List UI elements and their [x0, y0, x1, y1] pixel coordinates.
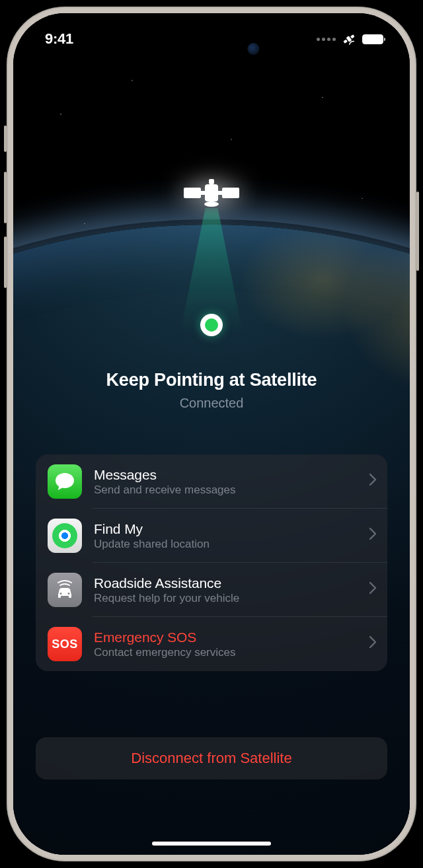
option-subtitle: Contact emergency services: [94, 646, 357, 659]
chevron-right-icon: [369, 527, 377, 544]
volume-down-button: [4, 236, 7, 288]
svg-rect-3: [205, 184, 218, 201]
chevron-right-icon: [369, 473, 377, 490]
option-title: Emergency SOS: [94, 630, 357, 645]
svg-rect-8: [209, 179, 214, 184]
option-roadside-assistance[interactable]: Roadside Assistance Request help for you…: [36, 563, 387, 617]
svg-rect-2: [350, 34, 354, 38]
satellite-icon: [341, 31, 357, 47]
target-indicator: [200, 314, 223, 336]
dynamic-island: [154, 33, 270, 65]
screen: 9:41: [13, 13, 410, 855]
svg-rect-1: [343, 40, 347, 44]
svg-rect-6: [201, 191, 205, 195]
iphone-device-frame: 9:41: [7, 7, 416, 861]
disconnect-label: Disconnect from Satellite: [131, 750, 291, 767]
option-subtitle: Update shared location: [94, 538, 357, 551]
status-time: 9:41: [45, 30, 73, 48]
home-indicator[interactable]: [152, 842, 271, 846]
side-button: [416, 192, 419, 271]
svg-rect-4: [184, 188, 201, 198]
option-messages[interactable]: Messages Send and receive messages: [36, 454, 387, 509]
option-text: Emergency SOS Contact emergency services: [94, 630, 357, 659]
chevron-right-icon: [369, 581, 377, 598]
sos-icon-label: SOS: [52, 637, 78, 651]
messages-icon: [48, 464, 82, 499]
option-title: Find My: [94, 521, 357, 537]
option-text: Messages Send and receive messages: [94, 467, 357, 497]
svg-rect-5: [222, 188, 239, 198]
option-title: Messages: [94, 467, 357, 483]
roadside-icon: [48, 573, 82, 607]
find-my-icon: [48, 519, 82, 553]
svg-point-11: [67, 593, 69, 595]
disconnect-button[interactable]: Disconnect from Satellite: [36, 737, 387, 779]
action-button: [4, 126, 7, 152]
satellite-illustration: [180, 175, 243, 215]
option-title: Roadside Assistance: [94, 575, 357, 591]
option-text: Find My Update shared location: [94, 521, 357, 551]
sos-icon: SOS: [48, 627, 82, 661]
front-camera: [248, 43, 260, 55]
svg-rect-7: [218, 191, 222, 195]
option-find-my[interactable]: Find My Update shared location: [36, 509, 387, 563]
option-subtitle: Send and receive messages: [94, 484, 357, 497]
battery-icon: [362, 34, 383, 44]
option-text: Roadside Assistance Request help for you…: [94, 575, 357, 605]
option-emergency-sos[interactable]: SOS Emergency SOS Contact emergency serv…: [36, 617, 387, 671]
chevron-right-icon: [369, 635, 377, 653]
svg-point-10: [59, 593, 61, 595]
status-heading: Keep Pointing at Satellite Connected: [13, 370, 410, 411]
svg-point-9: [204, 201, 219, 207]
cellular-dots-icon: [317, 38, 336, 41]
connection-status: Connected: [13, 396, 410, 411]
volume-up-button: [4, 172, 7, 223]
option-subtitle: Request help for your vehicle: [94, 592, 357, 605]
status-icons: [317, 31, 383, 47]
main-title: Keep Pointing at Satellite: [13, 370, 410, 390]
satellite-options-list: Messages Send and receive messages Find …: [36, 454, 387, 671]
